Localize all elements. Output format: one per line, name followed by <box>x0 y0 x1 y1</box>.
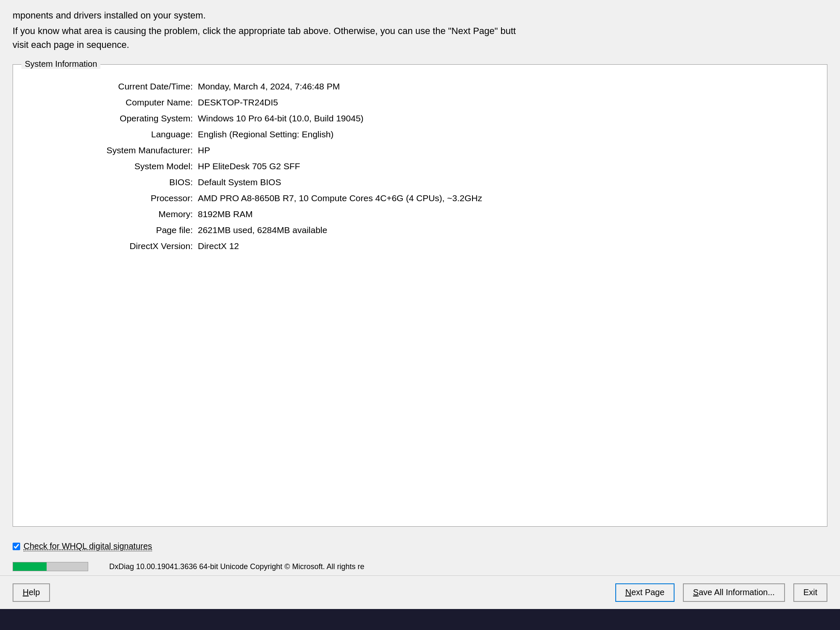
info-row: Computer Name:DESKTOP-TR24DI5 <box>38 97 802 108</box>
info-row-value: Default System BIOS <box>198 177 802 187</box>
info-row-value: English (Regional Setting: English) <box>198 129 802 139</box>
info-row-label: Current Date/Time: <box>38 81 198 92</box>
next-page-label: Next Page <box>625 588 664 597</box>
info-table: Current Date/Time:Monday, March 4, 2024,… <box>13 65 827 265</box>
main-window: mponents and drivers installed on your s… <box>0 0 840 609</box>
help-button[interactable]: Help <box>13 583 50 602</box>
info-row-value: 2621MB used, 6284MB available <box>198 225 802 235</box>
info-row: Page file:2621MB used, 6284MB available <box>38 225 802 235</box>
info-row-value: AMD PRO A8-8650B R7, 10 Compute Cores 4C… <box>198 193 802 203</box>
save-all-button[interactable]: Save All Information... <box>683 583 785 602</box>
progress-bar-container <box>13 562 88 571</box>
info-row-label: Computer Name: <box>38 97 198 108</box>
whql-checkbox[interactable] <box>13 543 20 550</box>
exit-button[interactable]: Exit <box>793 583 827 602</box>
info-row-label: System Model: <box>38 161 198 171</box>
section-header: System Information <box>21 59 100 69</box>
progress-area: DxDiag 10.00.19041.3636 64-bit Unicode C… <box>0 558 840 575</box>
info-row-label: System Manufacturer: <box>38 145 198 155</box>
help-button-label: Help <box>23 588 40 597</box>
bottom-bar: Help Next Page Save All Information... E… <box>0 575 840 609</box>
info-row-label: Memory: <box>38 209 198 219</box>
partial-description-line: mponents and drivers installed on your s… <box>13 8 827 22</box>
info-row-value: Monday, March 4, 2024, 7:46:48 PM <box>198 81 802 92</box>
info-row: System Manufacturer:HP <box>38 145 802 155</box>
info-row-value: DESKTOP-TR24DI5 <box>198 97 802 108</box>
info-row: Operating System:Windows 10 Pro 64-bit (… <box>38 113 802 123</box>
info-row: BIOS:Default System BIOS <box>38 177 802 187</box>
info-row-value: HP <box>198 145 802 155</box>
info-row-label: DirectX Version: <box>38 241 198 251</box>
save-all-label: Save All Information... <box>693 588 775 597</box>
system-info-section: System Information Current Date/Time:Mon… <box>13 64 827 527</box>
whql-label: Check for WHQL digital signatures <box>24 541 152 551</box>
info-row: Language:English (Regional Setting: Engl… <box>38 129 802 139</box>
info-row-label: Language: <box>38 129 198 139</box>
progress-bar-fill <box>13 562 47 571</box>
info-row-value: Windows 10 Pro 64-bit (10.0, Build 19045… <box>198 113 802 123</box>
info-row-label: Processor: <box>38 193 198 203</box>
description-line1: If you know what area is causing the pro… <box>13 24 827 38</box>
info-row-value: DirectX 12 <box>198 241 802 251</box>
info-row-value: 8192MB RAM <box>198 209 802 219</box>
info-row: DirectX Version:DirectX 12 <box>38 241 802 251</box>
info-row-value: HP EliteDesk 705 G2 SFF <box>198 161 802 171</box>
taskbar <box>0 609 840 630</box>
description-line2: visit each page in sequence. <box>13 38 827 52</box>
info-row: Current Date/Time:Monday, March 4, 2024,… <box>38 81 802 92</box>
next-page-button[interactable]: Next Page <box>615 583 675 602</box>
info-row: Processor:AMD PRO A8-8650B R7, 10 Comput… <box>38 193 802 203</box>
exit-label: Exit <box>803 588 817 597</box>
info-row: System Model:HP EliteDesk 705 G2 SFF <box>38 161 802 171</box>
top-description: mponents and drivers installed on your s… <box>0 0 840 56</box>
info-row-label: BIOS: <box>38 177 198 187</box>
info-row-label: Operating System: <box>38 113 198 123</box>
checkbox-area: Check for WHQL digital signatures <box>0 535 840 558</box>
dxdiag-info: DxDiag 10.00.19041.3636 64-bit Unicode C… <box>109 562 365 571</box>
info-row: Memory:8192MB RAM <box>38 209 802 219</box>
info-row-label: Page file: <box>38 225 198 235</box>
